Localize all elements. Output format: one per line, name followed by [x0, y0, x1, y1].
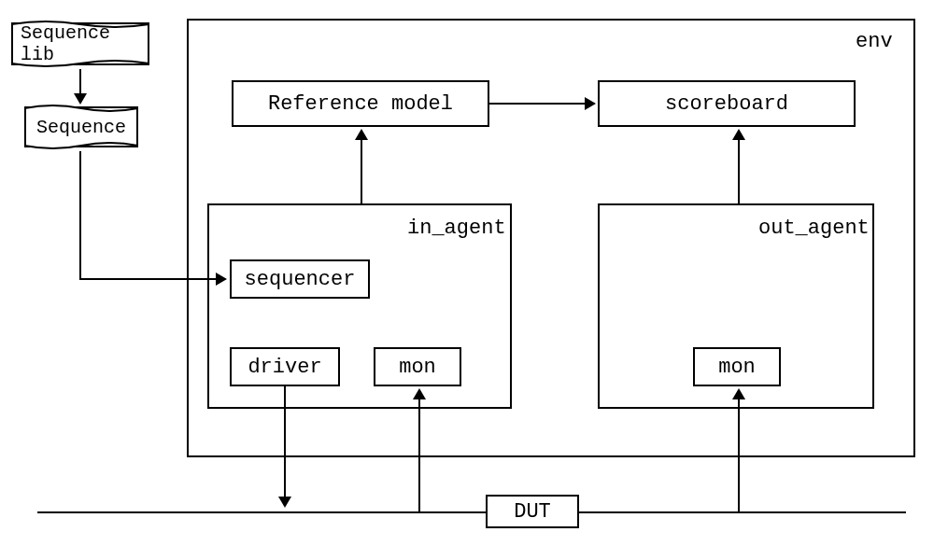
- dut-line-left: [37, 511, 486, 513]
- reference-model-box: Reference model: [232, 80, 489, 127]
- sequence-lib-box: Sequence lib: [11, 22, 149, 65]
- arrowhead-outagent-to-scoreboard: [732, 129, 745, 140]
- in-agent-label: in_agent: [407, 217, 506, 240]
- driver-box: driver: [230, 347, 340, 386]
- dut-line-right: [579, 511, 906, 513]
- arrow-outagent-to-scoreboard: [738, 138, 740, 203]
- arrowhead-seq-to-sequencer: [216, 273, 227, 286]
- arrow-driver-to-dut: [284, 386, 286, 498]
- driver-label: driver: [248, 356, 321, 379]
- arrowhead-dut-to-mon-in: [413, 388, 426, 399]
- arrow-refmodel-to-scoreboard: [489, 103, 587, 105]
- arrowhead-inagent-to-refmodel: [355, 129, 368, 140]
- sequencer-box: sequencer: [230, 259, 370, 299]
- scoreboard-box: scoreboard: [598, 80, 856, 127]
- arrowhead-refmodel-to-scoreboard: [585, 97, 596, 110]
- mon-out-box: mon: [693, 347, 781, 386]
- out-agent-label: out_agent: [758, 217, 870, 240]
- env-label: env: [856, 30, 893, 53]
- arrow-inagent-to-refmodel: [361, 138, 362, 203]
- arrowhead-driver-to-dut: [278, 497, 291, 508]
- arrow-dut-to-mon-in: [418, 398, 420, 511]
- mon-out-label: mon: [718, 356, 756, 379]
- sequence-label: Sequence: [36, 117, 126, 138]
- scoreboard-label: scoreboard: [665, 92, 788, 116]
- mon-in-label: mon: [399, 356, 436, 379]
- arrowhead-seqlib-to-seq: [74, 93, 87, 105]
- sequencer-label: sequencer: [245, 268, 356, 291]
- mon-in-box: mon: [374, 347, 461, 386]
- sequence-box: Sequence: [24, 106, 138, 147]
- arrow-seq-down: [79, 151, 81, 278]
- arrowhead-dut-to-mon-out: [732, 388, 745, 399]
- dut-label: DUT: [514, 500, 551, 524]
- arrow-seq-right: [79, 278, 218, 280]
- reference-model-label: Reference model: [268, 92, 453, 116]
- dut-box: DUT: [486, 495, 579, 528]
- arrow-dut-to-mon-out: [738, 398, 740, 511]
